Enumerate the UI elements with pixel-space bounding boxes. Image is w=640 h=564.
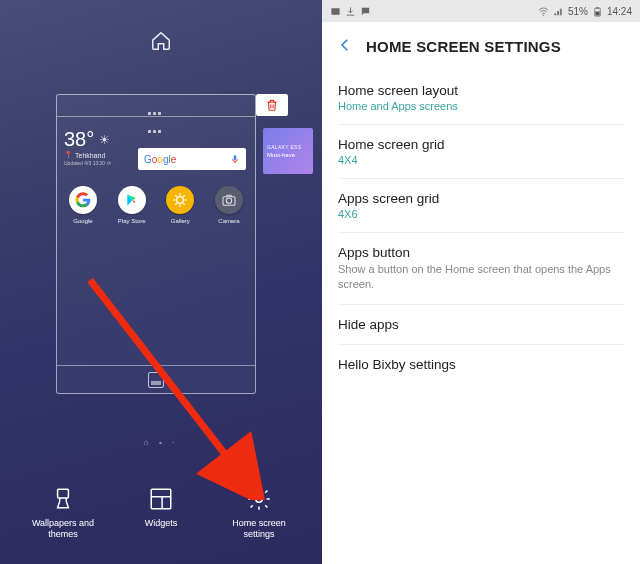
next-panel-tag: GALAXY ESS — [267, 144, 309, 150]
battery-icon — [592, 6, 603, 17]
battery-percent: 51% — [568, 6, 588, 17]
svg-point-2 — [226, 198, 231, 203]
svg-point-0 — [177, 197, 184, 204]
weather-updated: Updated 4/3 13:20 ⟳ — [64, 160, 144, 166]
camera-icon — [215, 186, 243, 214]
signal-icon — [553, 6, 564, 17]
item-bixby-settings[interactable]: Hello Bixby settings — [338, 345, 624, 384]
next-panel-preview[interactable]: GALAXY ESS Must-have — [263, 128, 313, 174]
svg-point-8 — [543, 14, 544, 15]
svg-rect-4 — [151, 490, 171, 510]
mic-icon[interactable] — [230, 150, 240, 168]
status-bar: 51% 14:24 — [322, 0, 640, 22]
google-icon — [69, 186, 97, 214]
app-shortcuts: Google Play Store Gallery Camera — [62, 186, 250, 224]
back-button[interactable] — [336, 36, 354, 57]
weather-condition-icon: ☀︎ — [99, 133, 110, 147]
playstore-icon — [118, 186, 146, 214]
gallery-icon — [166, 186, 194, 214]
app-google[interactable]: Google — [62, 186, 104, 224]
delete-panel-button[interactable] — [256, 94, 288, 116]
page-header: HOME SCREEN SETTINGS — [322, 22, 640, 71]
page-title: HOME SCREEN SETTINGS — [366, 38, 561, 55]
settings-list: Home screen layout Home and Apps screens… — [322, 71, 640, 384]
app-playstore[interactable]: Play Store — [111, 186, 153, 224]
item-hide-apps[interactable]: Hide apps — [338, 305, 624, 345]
item-home-grid[interactable]: Home screen grid 4X4 — [338, 125, 624, 179]
image-icon — [330, 6, 341, 17]
svg-rect-3 — [58, 490, 69, 499]
google-search-widget[interactable]: Google — [138, 148, 246, 170]
weather-widget[interactable]: 38° ☀︎ 📍Tehkhand Updated 4/3 13:20 ⟳ — [64, 128, 144, 166]
home-icon — [0, 0, 322, 56]
editor-actions: Wallpapers and themes Widgets Home scree… — [0, 486, 322, 540]
svg-rect-11 — [595, 11, 599, 15]
app-gallery[interactable]: Gallery — [159, 186, 201, 224]
dock-preview — [57, 365, 255, 393]
chat-icon — [360, 6, 371, 17]
download-icon — [345, 6, 356, 17]
widgets-icon — [148, 486, 174, 512]
next-panel-title: Must-have — [267, 152, 309, 158]
weather-temp: 38° — [64, 128, 94, 151]
item-apps-grid[interactable]: Apps screen grid 4X6 — [338, 179, 624, 233]
wifi-icon — [538, 6, 549, 17]
svg-rect-10 — [596, 7, 599, 8]
action-home-settings[interactable]: Home screen settings — [219, 486, 299, 540]
home-screen-settings-page: 51% 14:24 HOME SCREEN SETTINGS Home scre… — [322, 0, 640, 564]
gear-icon — [246, 486, 272, 512]
status-time: 14:24 — [607, 6, 632, 17]
app-camera[interactable]: Camera — [208, 186, 250, 224]
page-indicator: ⌂ • · — [0, 438, 322, 447]
item-home-layout[interactable]: Home screen layout Home and Apps screens — [338, 71, 624, 125]
panel-drag-handle[interactable] — [57, 95, 255, 117]
item-apps-button[interactable]: Apps button Show a button on the Home sc… — [338, 233, 624, 305]
svg-rect-7 — [331, 8, 339, 14]
action-wallpapers[interactable]: Wallpapers and themes — [23, 486, 103, 540]
action-widgets[interactable]: Widgets — [121, 486, 201, 540]
google-logo: Google — [144, 154, 176, 165]
weather-location: 📍Tehkhand — [64, 151, 144, 159]
brush-icon — [50, 486, 76, 512]
svg-point-5 — [256, 496, 263, 503]
home-editor-screen: GALAXY ESS Must-have 38° ☀︎ 📍Tehkhand Up… — [0, 0, 322, 564]
